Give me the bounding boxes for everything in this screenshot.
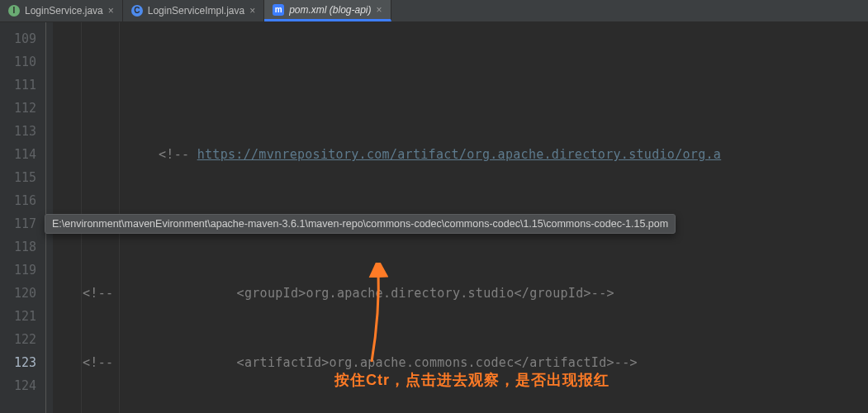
line-number: 122 [0,328,36,351]
line-number: 113 [0,120,36,143]
xml-comment: <!-- <groupId>org.apache.directory.studi… [83,286,614,301]
tab-pomxml[interactable]: m pom.xml (blog-api) × [264,0,391,21]
java-interface-icon: I [8,5,20,17]
editor-tabbar: I LoginService.java × C LoginServiceImpl… [0,0,868,22]
line-number: 112 [0,97,36,120]
close-icon[interactable]: × [377,4,382,16]
xml-comment: <!-- [159,147,197,162]
line-number: 109 [0,27,36,50]
line-number: 123 [0,351,36,374]
line-number: 118 [0,235,36,259]
line-number: 121 [0,305,36,328]
url-link[interactable]: https://mvnrepository.com/artifact/org.a… [197,147,722,162]
maven-file-icon: m [273,4,284,16]
line-number: 117 [0,212,36,235]
close-icon[interactable]: × [108,5,114,17]
tab-label: pom.xml (blog-api) [289,4,371,16]
line-number: 110 [0,50,36,74]
close-icon[interactable]: × [249,5,255,17]
line-number: 119 [0,259,36,282]
tab-label: LoginServiceImpl.java [148,5,244,17]
line-number: 111 [0,74,36,97]
tab-loginserviceimpl[interactable]: C LoginServiceImpl.java × [123,0,264,21]
ctrl-hover-tooltip: E:\environment\mavenEvironment\apache-ma… [45,214,676,234]
line-number: 120 [0,282,36,305]
annotation-text: 按住Ctr，点击进去观察，是否出现报红 [334,370,609,390]
line-number: 116 [0,189,36,212]
line-number: 115 [0,166,36,189]
xml-comment: <!-- <artifactId>org.apache.commons.code… [83,355,638,370]
java-class-icon: C [131,5,143,17]
line-number: 114 [0,143,36,166]
line-number-gutter: 1091101111121131141151161171181191201211… [0,22,41,413]
tab-label: LoginService.java [25,5,103,17]
line-number: 124 [0,374,36,397]
tab-loginservice[interactable]: I LoginService.java × [0,0,123,21]
